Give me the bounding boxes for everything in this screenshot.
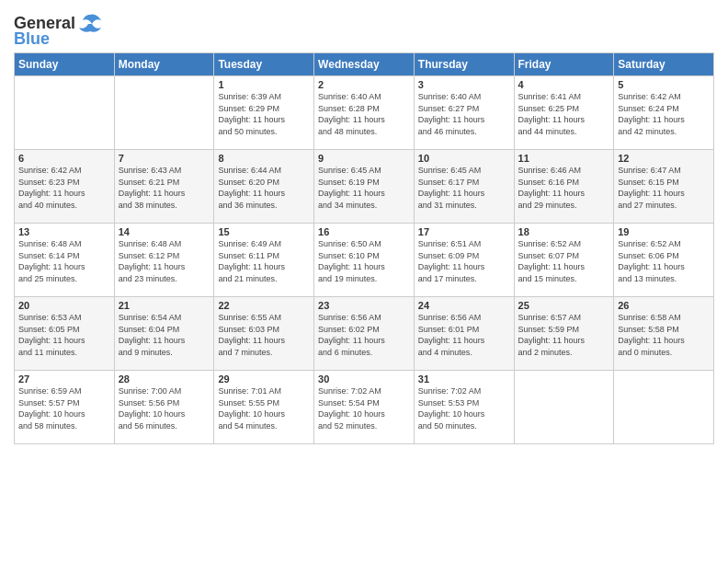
day-number: 16 <box>318 226 410 237</box>
calendar-cell: 3Sunrise: 6:40 AM Sunset: 6:27 PM Daylig… <box>414 76 514 150</box>
day-number: 20 <box>18 300 110 311</box>
day-number: 26 <box>618 300 710 311</box>
day-number: 14 <box>119 226 210 237</box>
day-number: 3 <box>418 79 510 90</box>
day-info: Sunrise: 7:02 AM Sunset: 5:54 PM Dayligh… <box>318 385 410 431</box>
calendar-cell: 22Sunrise: 6:55 AM Sunset: 6:03 PM Dayli… <box>214 297 314 371</box>
calendar-cell: 13Sunrise: 6:48 AM Sunset: 6:14 PM Dayli… <box>15 224 115 297</box>
day-number: 9 <box>318 153 410 164</box>
day-info: Sunrise: 6:41 AM Sunset: 6:25 PM Dayligh… <box>518 91 610 137</box>
logo: General Blue <box>14 13 103 49</box>
day-number: 19 <box>618 226 710 237</box>
calendar-cell: 10Sunrise: 6:45 AM Sunset: 6:17 PM Dayli… <box>414 150 514 224</box>
day-number: 30 <box>318 373 410 385</box>
day-number: 18 <box>518 226 610 237</box>
day-info: Sunrise: 6:54 AM Sunset: 6:04 PM Dayligh… <box>119 312 210 358</box>
calendar-cell: 1Sunrise: 6:39 AM Sunset: 6:29 PM Daylig… <box>214 76 314 150</box>
day-number: 7 <box>119 153 210 164</box>
calendar-cell: 23Sunrise: 6:56 AM Sunset: 6:02 PM Dayli… <box>314 297 415 371</box>
day-number: 13 <box>18 226 110 237</box>
calendar-cell: 29Sunrise: 7:01 AM Sunset: 5:55 PM Dayli… <box>214 371 314 444</box>
calendar-cell: 28Sunrise: 7:00 AM Sunset: 5:56 PM Dayli… <box>114 371 214 444</box>
weekday-header-tuesday: Tuesday <box>214 53 314 76</box>
day-info: Sunrise: 7:00 AM Sunset: 5:56 PM Dayligh… <box>119 385 210 431</box>
calendar-cell: 6Sunrise: 6:42 AM Sunset: 6:23 PM Daylig… <box>15 150 115 224</box>
calendar-week-5: 27Sunrise: 6:59 AM Sunset: 5:57 PM Dayli… <box>15 371 714 444</box>
calendar-table: SundayMondayTuesdayWednesdayThursdayFrid… <box>14 52 714 444</box>
day-number: 2 <box>318 79 410 90</box>
day-info: Sunrise: 6:44 AM Sunset: 6:20 PM Dayligh… <box>218 165 310 211</box>
weekday-header-thursday: Thursday <box>414 53 514 76</box>
page-container: General Blue SundayMondayTuesdayWednesda… <box>0 0 728 449</box>
day-number: 22 <box>218 300 310 311</box>
calendar-week-4: 20Sunrise: 6:53 AM Sunset: 6:05 PM Dayli… <box>15 297 714 371</box>
calendar-week-2: 6Sunrise: 6:42 AM Sunset: 6:23 PM Daylig… <box>15 150 714 224</box>
calendar-cell <box>514 371 614 444</box>
day-info: Sunrise: 6:58 AM Sunset: 5:58 PM Dayligh… <box>618 312 710 358</box>
day-info: Sunrise: 6:39 AM Sunset: 6:29 PM Dayligh… <box>218 91 310 137</box>
day-number: 4 <box>518 79 610 90</box>
calendar-cell <box>614 371 714 444</box>
calendar-cell: 24Sunrise: 6:56 AM Sunset: 6:01 PM Dayli… <box>414 297 514 371</box>
calendar-cell: 4Sunrise: 6:41 AM Sunset: 6:25 PM Daylig… <box>514 76 614 150</box>
day-number: 10 <box>418 153 510 164</box>
calendar-cell: 12Sunrise: 6:47 AM Sunset: 6:15 PM Dayli… <box>614 150 714 224</box>
day-number: 25 <box>518 300 610 311</box>
calendar-cell: 9Sunrise: 6:45 AM Sunset: 6:19 PM Daylig… <box>314 150 415 224</box>
weekday-header-friday: Friday <box>514 53 614 76</box>
day-number: 28 <box>119 373 210 385</box>
calendar-cell: 27Sunrise: 6:59 AM Sunset: 5:57 PM Dayli… <box>15 371 115 444</box>
day-info: Sunrise: 6:56 AM Sunset: 6:01 PM Dayligh… <box>418 312 510 358</box>
calendar-cell: 14Sunrise: 6:48 AM Sunset: 6:12 PM Dayli… <box>114 224 214 297</box>
day-number: 6 <box>18 153 110 164</box>
day-info: Sunrise: 6:45 AM Sunset: 6:17 PM Dayligh… <box>418 165 510 211</box>
weekday-header-wednesday: Wednesday <box>314 53 415 76</box>
day-number: 31 <box>418 373 510 385</box>
day-info: Sunrise: 6:59 AM Sunset: 5:57 PM Dayligh… <box>18 385 110 431</box>
calendar-week-1: 1Sunrise: 6:39 AM Sunset: 6:29 PM Daylig… <box>15 76 714 150</box>
calendar-cell: 7Sunrise: 6:43 AM Sunset: 6:21 PM Daylig… <box>114 150 214 224</box>
day-number: 15 <box>218 226 310 237</box>
day-number: 23 <box>318 300 410 311</box>
day-number: 8 <box>218 153 310 164</box>
day-info: Sunrise: 6:50 AM Sunset: 6:10 PM Dayligh… <box>318 238 410 284</box>
day-info: Sunrise: 6:40 AM Sunset: 6:27 PM Dayligh… <box>418 91 510 137</box>
calendar-cell: 17Sunrise: 6:51 AM Sunset: 6:09 PM Dayli… <box>414 224 514 297</box>
day-info: Sunrise: 6:48 AM Sunset: 6:12 PM Dayligh… <box>119 238 210 284</box>
day-info: Sunrise: 6:46 AM Sunset: 6:16 PM Dayligh… <box>518 165 610 211</box>
day-info: Sunrise: 6:42 AM Sunset: 6:23 PM Dayligh… <box>18 165 110 211</box>
day-info: Sunrise: 6:52 AM Sunset: 6:07 PM Dayligh… <box>518 238 610 284</box>
day-number: 11 <box>518 153 610 164</box>
calendar-cell: 26Sunrise: 6:58 AM Sunset: 5:58 PM Dayli… <box>614 297 714 371</box>
day-number: 17 <box>418 226 510 237</box>
day-info: Sunrise: 6:55 AM Sunset: 6:03 PM Dayligh… <box>218 312 310 358</box>
day-info: Sunrise: 6:56 AM Sunset: 6:02 PM Dayligh… <box>318 312 410 358</box>
day-number: 27 <box>18 373 110 385</box>
calendar-cell: 5Sunrise: 6:42 AM Sunset: 6:24 PM Daylig… <box>614 76 714 150</box>
calendar-week-3: 13Sunrise: 6:48 AM Sunset: 6:14 PM Dayli… <box>15 224 714 297</box>
day-info: Sunrise: 6:43 AM Sunset: 6:21 PM Dayligh… <box>119 165 210 211</box>
day-info: Sunrise: 7:01 AM Sunset: 5:55 PM Dayligh… <box>218 385 310 431</box>
calendar-cell: 2Sunrise: 6:40 AM Sunset: 6:28 PM Daylig… <box>314 76 415 150</box>
calendar-cell <box>114 76 214 150</box>
calendar-cell: 18Sunrise: 6:52 AM Sunset: 6:07 PM Dayli… <box>514 224 614 297</box>
weekday-header-row: SundayMondayTuesdayWednesdayThursdayFrid… <box>15 53 714 76</box>
day-info: Sunrise: 6:52 AM Sunset: 6:06 PM Dayligh… <box>618 238 710 284</box>
day-number: 21 <box>119 300 210 311</box>
day-info: Sunrise: 6:49 AM Sunset: 6:11 PM Dayligh… <box>218 238 310 284</box>
day-info: Sunrise: 6:53 AM Sunset: 6:05 PM Dayligh… <box>18 312 110 358</box>
weekday-header-monday: Monday <box>114 53 214 76</box>
day-number: 5 <box>618 79 710 90</box>
calendar-cell: 25Sunrise: 6:57 AM Sunset: 5:59 PM Dayli… <box>514 297 614 371</box>
logo-bird-icon <box>77 13 103 33</box>
day-info: Sunrise: 6:51 AM Sunset: 6:09 PM Dayligh… <box>418 238 510 284</box>
day-info: Sunrise: 6:42 AM Sunset: 6:24 PM Dayligh… <box>618 91 710 137</box>
calendar-cell <box>15 76 115 150</box>
day-info: Sunrise: 6:48 AM Sunset: 6:14 PM Dayligh… <box>18 238 110 284</box>
day-info: Sunrise: 7:02 AM Sunset: 5:53 PM Dayligh… <box>418 385 510 431</box>
calendar-cell: 11Sunrise: 6:46 AM Sunset: 6:16 PM Dayli… <box>514 150 614 224</box>
calendar-cell: 8Sunrise: 6:44 AM Sunset: 6:20 PM Daylig… <box>214 150 314 224</box>
weekday-header-sunday: Sunday <box>15 53 115 76</box>
calendar-cell: 30Sunrise: 7:02 AM Sunset: 5:54 PM Dayli… <box>314 371 415 444</box>
header: General Blue <box>14 9 714 49</box>
